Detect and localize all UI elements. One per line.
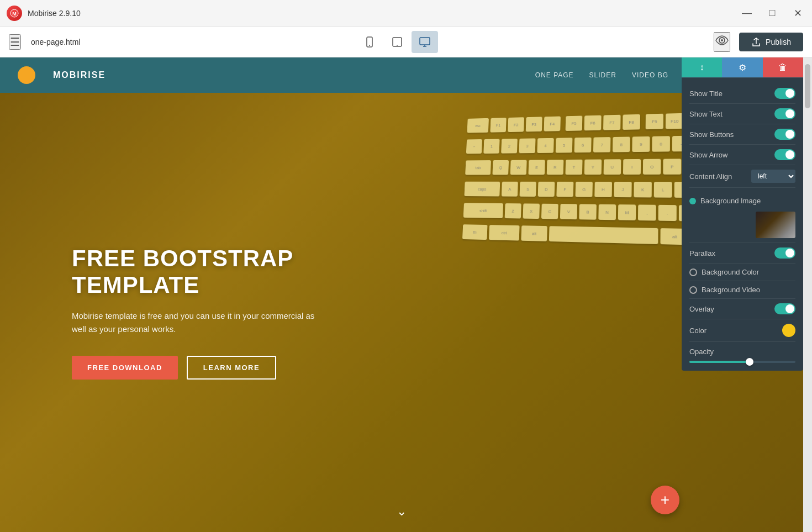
color-swatch[interactable] — [782, 324, 795, 337]
show-arrow-row: Show Arrow — [689, 145, 795, 165]
svg-point-5 — [397, 45, 398, 46]
main-area: MOBIRISE ONE PAGE SLIDER VIDEO BG BLOG D… — [0, 57, 812, 532]
hero-title: FREE BOOTSTRAP TEMPLATE — [72, 245, 320, 299]
svg-rect-6 — [420, 38, 430, 45]
overlay-label: Overlay — [689, 305, 714, 313]
parallax-label: Parallax — [689, 249, 715, 257]
free-download-button[interactable]: FREE DOWNLOAD — [72, 356, 178, 380]
show-title-label: Show Title — [689, 89, 723, 98]
device-switcher — [356, 31, 438, 53]
panel-move-button[interactable]: ↕ — [682, 57, 722, 77]
settings-panel: ↕ ⚙ 🗑 Show Title Show Text Show Buttons — [682, 57, 803, 371]
opacity-slider-track[interactable] — [689, 361, 795, 363]
show-buttons-row: Show Buttons — [689, 124, 795, 145]
overlay-toggle[interactable] — [774, 303, 795, 314]
bg-image-label: Background Image — [700, 197, 795, 205]
content-align-label: Content Align — [689, 172, 732, 181]
show-text-toggle[interactable] — [774, 108, 795, 119]
scroll-arrow[interactable]: ⌄ — [397, 504, 407, 519]
publish-button[interactable]: Publish — [739, 33, 803, 51]
nav-link-slider[interactable]: SLIDER — [589, 71, 616, 79]
bg-image-dot — [689, 198, 696, 204]
show-buttons-toggle[interactable] — [774, 129, 795, 140]
show-arrow-toggle[interactable] — [774, 149, 795, 160]
opacity-slider-thumb[interactable] — [746, 358, 753, 366]
file-name: one-page.html — [31, 38, 81, 46]
window-controls: — □ ✕ — [739, 6, 805, 21]
toolbar-right: Publish — [714, 32, 803, 52]
panel-settings-button[interactable]: ⚙ — [722, 57, 762, 77]
panel-toolbar: ↕ ⚙ 🗑 — [682, 57, 803, 78]
opacity-row: Opacity — [689, 342, 795, 365]
show-title-toggle[interactable] — [774, 88, 795, 99]
opacity-label: Opacity — [689, 347, 714, 356]
opacity-slider-fill — [689, 361, 748, 363]
parallax-toggle[interactable] — [774, 247, 795, 259]
bg-color-label: Background Color — [702, 268, 759, 276]
bg-video-label: Background Video — [702, 286, 760, 294]
show-text-label: Show Text — [689, 110, 723, 118]
bg-video-row: Background Video — [689, 281, 795, 299]
color-label: Color — [689, 326, 706, 335]
scroll-thumb[interactable] — [805, 64, 810, 108]
panel-delete-button[interactable]: 🗑 — [763, 57, 803, 77]
bg-image-thumbnail[interactable] — [756, 212, 795, 238]
overlay-row: Overlay — [689, 299, 795, 319]
publish-label: Publish — [766, 38, 791, 46]
panel-body: Show Title Show Text Show Buttons Show A… — [682, 78, 803, 371]
color-row: Color — [689, 319, 795, 342]
nav-link-video-bg[interactable]: VIDEO BG — [632, 71, 668, 79]
toolbar: ☰ one-page.html Publish — [0, 27, 812, 57]
app-title: Mobirise 2.9.10 — [28, 9, 81, 18]
site-brand: MOBIRISE — [53, 70, 106, 80]
parallax-row: Parallax — [689, 243, 795, 264]
content-align-select[interactable]: left center right — [751, 170, 795, 183]
bg-color-radio[interactable] — [689, 268, 697, 276]
show-arrow-label: Show Arrow — [689, 151, 727, 159]
bg-color-row: Background Color — [689, 264, 795, 281]
title-bar: M Mobirise 2.9.10 — □ ✕ — [0, 0, 812, 27]
show-text-row: Show Text — [689, 104, 795, 124]
scrollbar[interactable] — [803, 57, 812, 532]
close-button[interactable]: ✕ — [790, 6, 805, 21]
app-logo: M — [7, 6, 22, 21]
content-align-row: Content Align left center right — [689, 165, 795, 188]
bg-image-section: Background Image — [689, 188, 795, 243]
show-buttons-label: Show Buttons — [689, 130, 734, 139]
svg-point-8 — [721, 39, 723, 41]
fab-button[interactable]: + — [651, 486, 679, 514]
bg-video-radio[interactable] — [689, 286, 697, 294]
device-tablet-button[interactable] — [384, 31, 410, 53]
svg-point-3 — [369, 45, 370, 46]
svg-text:M: M — [12, 11, 17, 17]
site-logo — [18, 66, 35, 84]
preview-button[interactable] — [714, 32, 730, 52]
nav-link-one-page[interactable]: ONE PAGE — [535, 71, 574, 79]
hero-buttons: FREE DOWNLOAD LEARN MORE — [72, 356, 320, 380]
minimize-button[interactable]: — — [739, 6, 755, 21]
svg-rect-4 — [393, 38, 402, 46]
learn-more-button[interactable]: LEARN MORE — [187, 356, 276, 380]
device-desktop-button[interactable] — [412, 31, 438, 53]
bg-image-row: Background Image — [689, 192, 795, 209]
hero-subtitle: Mobirise template is free and you can us… — [72, 309, 315, 336]
hero-content: FREE BOOTSTRAP TEMPLATE Mobirise templat… — [0, 245, 320, 380]
show-title-row: Show Title — [689, 83, 795, 104]
device-mobile-button[interactable] — [356, 31, 383, 53]
hamburger-button[interactable]: ☰ — [9, 34, 21, 50]
maximize-button[interactable]: □ — [764, 6, 780, 21]
